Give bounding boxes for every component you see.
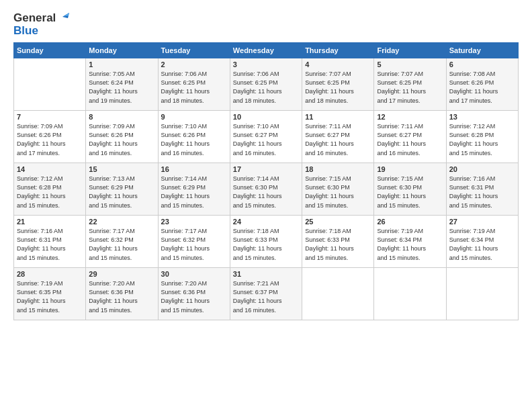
calendar-cell: 17Sunrise: 7:14 AMSunset: 6:30 PMDayligh…: [230, 163, 302, 216]
day-info: Sunrise: 7:15 AMSunset: 6:30 PMDaylight:…: [305, 175, 371, 210]
day-info: Sunrise: 7:17 AMSunset: 6:32 PMDaylight:…: [161, 227, 227, 262]
day-number: 25: [305, 218, 371, 226]
calendar-cell: 30Sunrise: 7:20 AMSunset: 6:36 PMDayligh…: [158, 268, 230, 320]
day-number: 7: [17, 113, 83, 121]
day-info: Sunrise: 7:11 AMSunset: 6:27 PMDaylight:…: [305, 122, 371, 157]
calendar-cell: [446, 268, 518, 320]
calendar-week-row: 28Sunrise: 7:19 AMSunset: 6:35 PMDayligh…: [14, 268, 519, 320]
day-number: 4: [305, 60, 371, 68]
day-number: 19: [377, 165, 443, 173]
day-info: Sunrise: 7:07 AMSunset: 6:25 PMDaylight:…: [305, 70, 371, 105]
calendar-cell: 28Sunrise: 7:19 AMSunset: 6:35 PMDayligh…: [14, 268, 86, 320]
calendar-week-row: 14Sunrise: 7:12 AMSunset: 6:28 PMDayligh…: [14, 163, 519, 216]
day-number: 16: [161, 165, 227, 173]
weekday-header: Saturday: [446, 43, 518, 58]
weekday-header: Monday: [86, 43, 158, 58]
day-info: Sunrise: 7:21 AMSunset: 6:37 PMDaylight:…: [233, 279, 299, 314]
calendar-cell: 23Sunrise: 7:17 AMSunset: 6:32 PMDayligh…: [158, 216, 230, 268]
calendar-cell: 5Sunrise: 7:07 AMSunset: 6:25 PMDaylight…: [374, 58, 446, 111]
day-number: 5: [377, 60, 443, 68]
calendar-cell: 12Sunrise: 7:11 AMSunset: 6:27 PMDayligh…: [374, 111, 446, 163]
day-info: Sunrise: 7:10 AMSunset: 6:26 PMDaylight:…: [161, 122, 227, 157]
calendar-header-row: SundayMondayTuesdayWednesdayThursdayFrid…: [14, 43, 519, 58]
day-number: 13: [449, 113, 515, 121]
day-number: 21: [17, 218, 83, 226]
calendar-cell: 21Sunrise: 7:16 AMSunset: 6:31 PMDayligh…: [14, 216, 86, 268]
day-number: 26: [377, 218, 443, 226]
calendar-cell: 18Sunrise: 7:15 AMSunset: 6:30 PMDayligh…: [302, 163, 374, 216]
calendar-cell: 2Sunrise: 7:06 AMSunset: 6:25 PMDaylight…: [158, 58, 230, 111]
page-header: General Blue: [13, 12, 519, 37]
calendar-week-row: 21Sunrise: 7:16 AMSunset: 6:31 PMDayligh…: [14, 216, 519, 268]
day-number: 1: [89, 60, 154, 68]
calendar-cell: 10Sunrise: 7:10 AMSunset: 6:27 PMDayligh…: [230, 111, 302, 163]
calendar-week-row: 1Sunrise: 7:05 AMSunset: 6:24 PMDaylight…: [14, 58, 519, 111]
day-number: 17: [233, 165, 299, 173]
day-info: Sunrise: 7:10 AMSunset: 6:27 PMDaylight:…: [233, 122, 299, 157]
day-number: 29: [89, 270, 154, 278]
calendar-cell: 1Sunrise: 7:05 AMSunset: 6:24 PMDaylight…: [86, 58, 158, 111]
calendar-cell: 4Sunrise: 7:07 AMSunset: 6:25 PMDaylight…: [302, 58, 374, 111]
day-number: 6: [449, 60, 515, 68]
day-number: 8: [89, 113, 154, 121]
day-info: Sunrise: 7:14 AMSunset: 6:30 PMDaylight:…: [233, 175, 299, 210]
weekday-header: Wednesday: [230, 43, 302, 58]
day-info: Sunrise: 7:17 AMSunset: 6:32 PMDaylight:…: [89, 227, 154, 262]
logo-blue: Blue: [13, 25, 71, 38]
calendar-cell: 3Sunrise: 7:06 AMSunset: 6:25 PMDaylight…: [230, 58, 302, 111]
logo-general: General: [13, 12, 56, 25]
calendar-cell: 25Sunrise: 7:18 AMSunset: 6:33 PMDayligh…: [302, 216, 374, 268]
day-info: Sunrise: 7:20 AMSunset: 6:36 PMDaylight:…: [89, 279, 154, 314]
weekday-header: Sunday: [14, 43, 86, 58]
calendar-body: 1Sunrise: 7:05 AMSunset: 6:24 PMDaylight…: [14, 58, 519, 320]
day-number: 23: [161, 218, 227, 226]
calendar-cell: 26Sunrise: 7:19 AMSunset: 6:34 PMDayligh…: [374, 216, 446, 268]
calendar-cell: 22Sunrise: 7:17 AMSunset: 6:32 PMDayligh…: [86, 216, 158, 268]
day-info: Sunrise: 7:18 AMSunset: 6:33 PMDaylight:…: [233, 227, 299, 262]
day-number: 28: [17, 270, 83, 278]
calendar-cell: 19Sunrise: 7:15 AMSunset: 6:30 PMDayligh…: [374, 163, 446, 216]
day-number: 11: [305, 113, 371, 121]
calendar-cell: 27Sunrise: 7:19 AMSunset: 6:34 PMDayligh…: [446, 216, 518, 268]
day-info: Sunrise: 7:09 AMSunset: 6:26 PMDaylight:…: [17, 122, 83, 157]
calendar-cell: 6Sunrise: 7:08 AMSunset: 6:26 PMDaylight…: [446, 58, 518, 111]
day-info: Sunrise: 7:14 AMSunset: 6:29 PMDaylight:…: [161, 175, 227, 210]
calendar-cell: 20Sunrise: 7:16 AMSunset: 6:31 PMDayligh…: [446, 163, 518, 216]
day-info: Sunrise: 7:09 AMSunset: 6:26 PMDaylight:…: [89, 122, 154, 157]
day-info: Sunrise: 7:11 AMSunset: 6:27 PMDaylight:…: [377, 122, 443, 157]
day-number: 22: [89, 218, 154, 226]
day-info: Sunrise: 7:19 AMSunset: 6:34 PMDaylight:…: [449, 227, 515, 262]
day-number: 12: [377, 113, 443, 121]
day-info: Sunrise: 7:19 AMSunset: 6:35 PMDaylight:…: [17, 279, 83, 314]
calendar-cell: 11Sunrise: 7:11 AMSunset: 6:27 PMDayligh…: [302, 111, 374, 163]
calendar-cell: 29Sunrise: 7:20 AMSunset: 6:36 PMDayligh…: [86, 268, 158, 320]
day-info: Sunrise: 7:19 AMSunset: 6:34 PMDaylight:…: [377, 227, 443, 262]
day-number: 14: [17, 165, 83, 173]
day-number: 18: [305, 165, 371, 173]
day-info: Sunrise: 7:06 AMSunset: 6:25 PMDaylight:…: [233, 70, 299, 105]
day-info: Sunrise: 7:20 AMSunset: 6:36 PMDaylight:…: [161, 279, 227, 314]
calendar-table: SundayMondayTuesdayWednesdayThursdayFrid…: [13, 42, 519, 320]
calendar-cell: 9Sunrise: 7:10 AMSunset: 6:26 PMDaylight…: [158, 111, 230, 163]
day-number: 20: [449, 165, 515, 173]
calendar-cell: 14Sunrise: 7:12 AMSunset: 6:28 PMDayligh…: [14, 163, 86, 216]
day-info: Sunrise: 7:06 AMSunset: 6:25 PMDaylight:…: [161, 70, 227, 105]
calendar-cell: [14, 58, 86, 111]
weekday-header: Thursday: [302, 43, 374, 58]
day-info: Sunrise: 7:18 AMSunset: 6:33 PMDaylight:…: [305, 227, 371, 262]
calendar-cell: 8Sunrise: 7:09 AMSunset: 6:26 PMDaylight…: [86, 111, 158, 163]
day-number: 9: [161, 113, 227, 121]
day-info: Sunrise: 7:15 AMSunset: 6:30 PMDaylight:…: [377, 175, 443, 210]
calendar-cell: 31Sunrise: 7:21 AMSunset: 6:37 PMDayligh…: [230, 268, 302, 320]
calendar-cell: 24Sunrise: 7:18 AMSunset: 6:33 PMDayligh…: [230, 216, 302, 268]
logo-bird-icon: [57, 10, 71, 24]
calendar-cell: [374, 268, 446, 320]
logo: General Blue: [13, 12, 71, 37]
day-number: 24: [233, 218, 299, 226]
day-info: Sunrise: 7:12 AMSunset: 6:28 PMDaylight:…: [449, 122, 515, 157]
day-info: Sunrise: 7:08 AMSunset: 6:26 PMDaylight:…: [449, 70, 515, 105]
day-info: Sunrise: 7:05 AMSunset: 6:24 PMDaylight:…: [89, 70, 154, 105]
calendar-cell: 7Sunrise: 7:09 AMSunset: 6:26 PMDaylight…: [14, 111, 86, 163]
day-info: Sunrise: 7:12 AMSunset: 6:28 PMDaylight:…: [17, 175, 83, 210]
day-info: Sunrise: 7:16 AMSunset: 6:31 PMDaylight:…: [449, 175, 515, 210]
